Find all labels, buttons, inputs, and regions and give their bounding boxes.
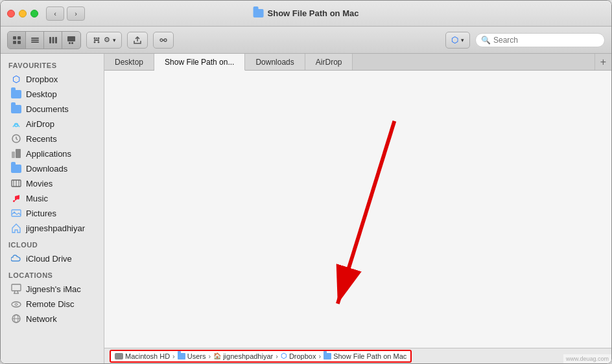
sidebar-item-dropbox[interactable]: ⬡ Dropbox bbox=[3, 72, 101, 86]
minimize-button[interactable] bbox=[19, 10, 27, 17]
path-item-users[interactable]: Users bbox=[178, 352, 206, 360]
sidebar-item-applications[interactable]: Applications bbox=[3, 146, 101, 161]
path-dropbox-icon: ⬡ bbox=[281, 352, 287, 360]
sidebar-item-downloads[interactable]: Downloads bbox=[3, 161, 101, 176]
traffic-lights bbox=[7, 10, 38, 17]
tab-airdrop[interactable]: AirDrop bbox=[305, 54, 353, 70]
view-columns-button[interactable] bbox=[44, 32, 62, 49]
svg-point-36 bbox=[12, 302, 21, 307]
dropbox-button[interactable]: ⬡ ▾ bbox=[445, 32, 470, 49]
tags-button[interactable] bbox=[153, 32, 174, 49]
sidebar-item-airdrop[interactable]: AirDrop bbox=[3, 117, 101, 131]
forward-button[interactable]: › bbox=[67, 6, 85, 21]
watermark: www.deuag.com bbox=[563, 354, 611, 363]
locations-header: Locations bbox=[1, 266, 104, 281]
svg-rect-8 bbox=[52, 37, 54, 43]
back-button[interactable]: ‹ bbox=[46, 6, 64, 21]
path-item-current[interactable]: Show File Path on Mac bbox=[324, 352, 406, 360]
svg-point-15 bbox=[94, 41, 96, 43]
remote-disc-icon bbox=[11, 299, 21, 309]
tab-downloads[interactable]: Downloads bbox=[245, 54, 305, 70]
sidebar-item-desktop[interactable]: Desktop bbox=[3, 87, 101, 101]
sidebar-label-music: Music bbox=[26, 194, 48, 203]
path-sep-3: › bbox=[276, 352, 278, 360]
sidebar-item-movies[interactable]: Movies bbox=[3, 176, 101, 190]
sidebar-item-icloud-drive[interactable]: iCloud Drive bbox=[3, 251, 101, 266]
svg-rect-32 bbox=[12, 284, 21, 291]
sidebar-item-music[interactable]: Music bbox=[3, 191, 101, 205]
arrange-arrow: ▾ bbox=[113, 37, 116, 43]
sidebar-label-icloud-drive: iCloud Drive bbox=[26, 254, 72, 264]
path-item-hd[interactable]: Macintosh HD bbox=[115, 352, 170, 360]
applications-icon bbox=[11, 148, 21, 159]
sidebar-item-pictures[interactable]: Pictures bbox=[3, 206, 101, 220]
file-content bbox=[104, 71, 611, 348]
svg-rect-12 bbox=[71, 42, 73, 44]
sidebar-item-home[interactable]: jigneshpadhiyar bbox=[3, 221, 101, 235]
home-icon bbox=[11, 223, 21, 233]
svg-rect-18 bbox=[94, 40, 99, 41]
path-item-dropbox[interactable]: ⬡ Dropbox bbox=[281, 352, 316, 360]
downloads-icon bbox=[11, 163, 21, 174]
sidebar: Favourites ⬡ Dropbox Desktop Documents bbox=[1, 54, 104, 363]
search-bar[interactable]: 🔍 bbox=[475, 33, 605, 47]
toolbar: ⚙ ▾ ⬡ ▾ 🔍 bbox=[1, 27, 611, 54]
sidebar-item-recents[interactable]: Recents bbox=[3, 131, 101, 146]
music-icon bbox=[11, 193, 21, 203]
svg-rect-9 bbox=[55, 37, 57, 43]
pictures-icon bbox=[11, 208, 21, 218]
path-label-hd: Macintosh HD bbox=[125, 352, 170, 360]
path-label-user: jigneshpadhiyar bbox=[223, 352, 273, 360]
main-area: Favourites ⬡ Dropbox Desktop Documents bbox=[1, 54, 611, 363]
svg-point-19 bbox=[160, 39, 163, 41]
sidebar-item-network[interactable]: Network bbox=[3, 312, 101, 326]
dropbox-icon: ⬡ bbox=[11, 74, 21, 84]
maximize-button[interactable] bbox=[30, 10, 38, 17]
svg-rect-5 bbox=[31, 40, 39, 41]
svg-rect-6 bbox=[31, 41, 39, 43]
sidebar-item-documents[interactable]: Documents bbox=[3, 102, 101, 116]
sidebar-item-remote-disc[interactable]: Remote Disc bbox=[3, 297, 101, 311]
svg-point-20 bbox=[164, 39, 167, 41]
movies-icon bbox=[11, 178, 21, 188]
path-sep-2: › bbox=[208, 352, 211, 360]
airdrop-icon bbox=[11, 119, 21, 129]
recents-icon bbox=[11, 133, 21, 144]
sidebar-label-applications: Applications bbox=[26, 149, 71, 159]
tab-desktop[interactable]: Desktop bbox=[104, 54, 154, 70]
svg-rect-10 bbox=[67, 36, 75, 41]
sidebar-item-imac[interactable]: Jignesh's iMac bbox=[3, 282, 101, 296]
close-button[interactable] bbox=[7, 10, 15, 17]
sidebar-label-home: jigneshpadhiyar bbox=[26, 223, 85, 233]
network-icon bbox=[11, 313, 21, 324]
window-title: Show File Path on Mac bbox=[253, 8, 359, 18]
view-gallery-button[interactable] bbox=[62, 32, 80, 49]
icloud-header: iCloud bbox=[1, 236, 104, 251]
svg-point-14 bbox=[98, 37, 100, 39]
view-list-button[interactable] bbox=[26, 32, 44, 49]
sidebar-label-documents: Documents bbox=[26, 104, 69, 114]
view-icon-button[interactable] bbox=[8, 32, 26, 49]
path-bar: Macintosh HD › Users › 🏠 jigneshpadhiyar… bbox=[104, 348, 611, 363]
sidebar-label-dropbox: Dropbox bbox=[26, 74, 58, 84]
sidebar-label-airdrop: AirDrop bbox=[26, 119, 54, 129]
tab-add-button[interactable]: + bbox=[594, 54, 611, 70]
view-buttons bbox=[7, 31, 81, 49]
arrange-button[interactable]: ⚙ ▾ bbox=[86, 32, 122, 49]
sidebar-label-imac: Jignesh's iMac bbox=[26, 284, 81, 294]
svg-rect-17 bbox=[96, 38, 97, 39]
icloud-drive-icon bbox=[11, 253, 21, 264]
svg-rect-2 bbox=[13, 41, 16, 44]
path-label-current: Show File Path on Mac bbox=[333, 352, 406, 360]
documents-icon bbox=[11, 104, 21, 114]
path-item-user[interactable]: 🏠 jigneshpadhiyar bbox=[213, 352, 273, 360]
search-input[interactable] bbox=[493, 36, 599, 45]
path-sep-4: › bbox=[318, 352, 321, 360]
path-hd-icon bbox=[115, 353, 123, 359]
tab-show-path[interactable]: Show File Path on... bbox=[154, 54, 245, 71]
dropbox-arrow: ▾ bbox=[461, 37, 464, 43]
content-area: Desktop Show File Path on... Downloads A… bbox=[104, 54, 611, 363]
share-button[interactable] bbox=[127, 32, 148, 49]
path-sep-1: › bbox=[172, 352, 175, 360]
arrange-label: ⚙ bbox=[104, 36, 110, 44]
